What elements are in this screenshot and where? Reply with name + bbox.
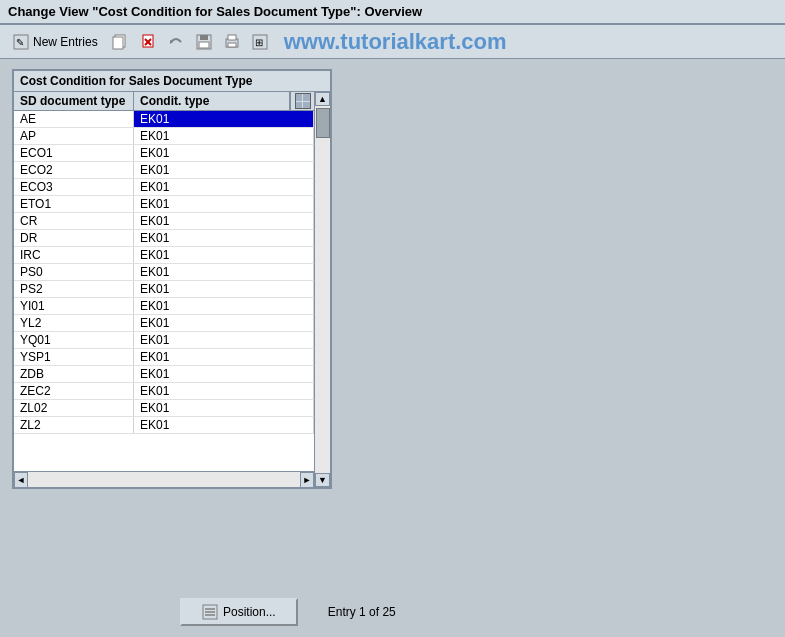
table-row[interactable]: YQ01EK01 xyxy=(14,332,314,349)
cell-condit-7: EK01 xyxy=(134,230,314,246)
delete-button[interactable] xyxy=(136,31,160,53)
cell-condit-3: EK01 xyxy=(134,162,314,178)
table-row[interactable]: ZEC2EK01 xyxy=(14,383,314,400)
cell-sd-2: ECO1 xyxy=(14,145,134,161)
scroll-track[interactable] xyxy=(315,106,330,473)
cell-condit-8: EK01 xyxy=(134,247,314,263)
position-button[interactable]: Position... xyxy=(180,598,298,626)
cell-condit-17: EK01 xyxy=(134,400,314,416)
cell-sd-8: IRC xyxy=(14,247,134,263)
column-settings-icon[interactable] xyxy=(290,92,314,110)
table-row[interactable]: ZL2EK01 xyxy=(14,417,314,434)
cell-sd-10: PS2 xyxy=(14,281,134,297)
horizontal-scrollbar[interactable]: ◄ ► xyxy=(14,471,314,487)
col-header-sd: SD document type xyxy=(14,92,134,110)
table-title: Cost Condition for Sales Document Type xyxy=(14,71,330,92)
scroll-thumb[interactable] xyxy=(316,108,330,138)
col-header-condit: Condit. type xyxy=(134,92,290,110)
table-row[interactable]: ETO1EK01 xyxy=(14,196,314,213)
svg-text:✎: ✎ xyxy=(16,37,24,48)
table-row[interactable]: PS2EK01 xyxy=(14,281,314,298)
cell-sd-9: PS0 xyxy=(14,264,134,280)
copy-button[interactable] xyxy=(108,31,132,53)
cell-condit-15: EK01 xyxy=(134,366,314,382)
svg-rect-13 xyxy=(228,43,236,47)
cell-condit-10: EK01 xyxy=(134,281,314,297)
vertical-scrollbar[interactable]: ▲ ▼ xyxy=(314,92,330,487)
cell-sd-4: ECO3 xyxy=(14,179,134,195)
new-entries-label: New Entries xyxy=(33,35,98,49)
scroll-down-button[interactable]: ▼ xyxy=(315,473,330,487)
new-entries-button[interactable]: ✎ New Entries xyxy=(6,30,104,54)
save-button[interactable] xyxy=(192,31,216,53)
table-row[interactable]: ZL02EK01 xyxy=(14,400,314,417)
cell-condit-13: EK01 xyxy=(134,332,314,348)
table-row[interactable]: YL2EK01 xyxy=(14,315,314,332)
cell-condit-6: EK01 xyxy=(134,213,314,229)
table-row[interactable]: ECO1EK01 xyxy=(14,145,314,162)
table-inner: SD document type Condit. type AEEK01APEK… xyxy=(14,92,314,487)
watermark: www.tutorialkart.com xyxy=(284,29,507,55)
table-row[interactable]: YSP1EK01 xyxy=(14,349,314,366)
entry-info: Entry 1 of 25 xyxy=(328,605,396,619)
cell-condit-1: EK01 xyxy=(134,128,314,144)
table-row[interactable]: APEK01 xyxy=(14,128,314,145)
main-content: Cost Condition for Sales Document Type S… xyxy=(0,59,785,634)
table-row[interactable]: ZDBEK01 xyxy=(14,366,314,383)
cell-sd-16: ZEC2 xyxy=(14,383,134,399)
cell-condit-14: EK01 xyxy=(134,349,314,365)
table-row[interactable]: PS0EK01 xyxy=(14,264,314,281)
table-row[interactable]: CREK01 xyxy=(14,213,314,230)
svg-rect-3 xyxy=(113,37,123,49)
new-entries-icon: ✎ xyxy=(12,33,30,51)
cell-condit-0: EK01 xyxy=(134,111,314,127)
page-title: Change View "Cost Condition for Sales Do… xyxy=(8,4,422,19)
svg-rect-10 xyxy=(199,42,209,48)
h-scroll-left[interactable]: ◄ xyxy=(14,472,28,488)
data-table: Cost Condition for Sales Document Type S… xyxy=(12,69,332,489)
table-body[interactable]: AEEK01APEK01ECO1EK01ECO2EK01ECO3EK01ETO1… xyxy=(14,111,314,471)
cell-sd-0: AE xyxy=(14,111,134,127)
column-headers: SD document type Condit. type xyxy=(14,92,314,111)
table-row[interactable]: IRCEK01 xyxy=(14,247,314,264)
table-row[interactable]: DREK01 xyxy=(14,230,314,247)
print-button[interactable] xyxy=(220,31,244,53)
svg-rect-12 xyxy=(228,35,236,40)
cell-sd-14: YSP1 xyxy=(14,349,134,365)
cell-sd-15: ZDB xyxy=(14,366,134,382)
h-scroll-track[interactable] xyxy=(28,472,300,487)
cell-sd-5: ETO1 xyxy=(14,196,134,212)
cell-sd-13: YQ01 xyxy=(14,332,134,348)
svg-rect-9 xyxy=(200,35,208,40)
cell-condit-5: EK01 xyxy=(134,196,314,212)
cell-condit-9: EK01 xyxy=(134,264,314,280)
cell-sd-12: YL2 xyxy=(14,315,134,331)
cell-condit-12: EK01 xyxy=(134,315,314,331)
table-row[interactable]: ECO2EK01 xyxy=(14,162,314,179)
find-button[interactable]: ⊞ xyxy=(248,31,272,53)
h-scroll-right[interactable]: ► xyxy=(300,472,314,488)
table-wrapper: SD document type Condit. type AEEK01APEK… xyxy=(14,92,330,487)
position-label: Position... xyxy=(223,605,276,619)
undo-button[interactable] xyxy=(164,31,188,53)
cell-sd-18: ZL2 xyxy=(14,417,134,433)
cell-sd-1: AP xyxy=(14,128,134,144)
cell-sd-7: DR xyxy=(14,230,134,246)
cell-condit-2: EK01 xyxy=(134,145,314,161)
table-row[interactable]: ECO3EK01 xyxy=(14,179,314,196)
cell-sd-17: ZL02 xyxy=(14,400,134,416)
table-row[interactable]: YI01EK01 xyxy=(14,298,314,315)
svg-text:⊞: ⊞ xyxy=(255,37,263,48)
toolbar: ✎ New Entries ⊞ www.tutorialkart.com xyxy=(0,25,785,59)
cell-condit-11: EK01 xyxy=(134,298,314,314)
cell-sd-3: ECO2 xyxy=(14,162,134,178)
cell-condit-4: EK01 xyxy=(134,179,314,195)
bottom-bar: Position... Entry 1 of 25 xyxy=(0,587,785,637)
cell-condit-16: EK01 xyxy=(134,383,314,399)
title-bar: Change View "Cost Condition for Sales Do… xyxy=(0,0,785,25)
cell-sd-11: YI01 xyxy=(14,298,134,314)
table-row[interactable]: AEEK01 xyxy=(14,111,314,128)
scroll-up-button[interactable]: ▲ xyxy=(315,92,330,106)
cell-sd-6: CR xyxy=(14,213,134,229)
cell-condit-18: EK01 xyxy=(134,417,314,433)
